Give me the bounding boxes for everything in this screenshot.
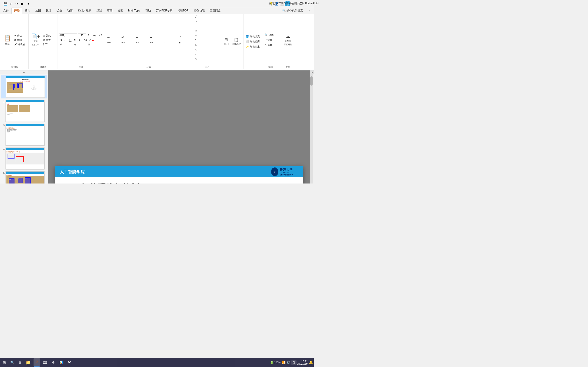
font-format-row: B I U S ≡ Aa A▬ [59,38,95,42]
main-title[interactable]: 智能系统与控制 [60,182,161,184]
replace-button[interactable]: ⇌ 替换 [264,38,277,42]
arrow-icon[interactable]: → [194,24,208,28]
tab-review[interactable]: 审阅 [105,8,115,14]
select-shape-icon[interactable]: ╱ [194,15,208,19]
font-name-input[interactable] [59,33,77,37]
tab-view[interactable]: 视图 [115,8,125,14]
shape4-icon[interactable]: ⬦ [194,52,208,56]
tab-mathtype[interactable]: MathType [126,8,143,13]
align-left-button[interactable]: ≡← [106,40,120,44]
tab-insert[interactable]: 插入 [23,8,33,14]
justify-button[interactable]: ≡≡ [149,40,163,44]
superscript-button[interactable]: x² [59,42,73,47]
tab-wanxing[interactable]: 万兴PDF专家 [154,8,175,14]
subscript-button[interactable]: x₂ [73,42,87,47]
case-button[interactable]: Aa [83,38,88,42]
tab-baidu[interactable]: 百度网盘 [208,8,223,14]
underline-button[interactable]: U [69,38,73,42]
scroll-up-arrow[interactable]: ▲ [310,70,314,74]
vertical-scrollbar[interactable]: ▲ ▼ [310,70,314,184]
tab-animation[interactable]: 动画 [65,8,75,14]
redo-icon[interactable]: ↪ [14,1,19,6]
align-row: ≡← ≡⇔ ≡→ ≡≡ ↕ ⊞ [106,40,191,44]
spacing-button[interactable]: ≡ [78,38,82,42]
shape-format-buttons: 🪣 形状填充 ⬜ 形状轮廓 ✨ 形状效果 [245,15,261,68]
font-size-down-button[interactable]: A↓ [92,33,97,37]
find-button[interactable]: 🔍 查找 [264,33,277,37]
ribbon-collapse-icon[interactable]: 🔍 操作说明搜索 [280,8,305,14]
canvas-area[interactable]: 人工智能学院 ⊙ 鲁东大学 LUDONG UNIVERSITY [48,70,310,184]
section-button[interactable]: § 节 [42,42,56,46]
format-painter-button[interactable]: 🖌 格式刷 [13,42,27,46]
group-slides: 📄+ 新建 幻灯片 ⊞ 版式 ↺ 重置 § 节 [29,14,57,69]
more-shapes-button[interactable]: ▾ [194,38,208,42]
present-icon[interactable]: ▶ [20,1,25,6]
italic-button[interactable]: I [64,38,68,42]
bold-button[interactable]: B [59,38,63,42]
shape-outline-button[interactable]: ⬜ 形状轮廓 [245,40,261,44]
shape5-icon[interactable]: ⌬ [194,56,208,60]
tab-design[interactable]: 设计 [44,8,54,14]
slide-thumb-1[interactable]: 1 智能系统与控制 树莓派：YOLO目标检测 [1,75,47,98]
cut-button[interactable]: ✂ 剪切 [13,33,27,38]
shape2-icon[interactable]: ⬠ [194,43,208,47]
shape-effect-button[interactable]: ✨ 形状效果 [245,44,261,49]
slide-thumb-3[interactable]: 3 目标检测的历史 2002 Viola-Jones Face Detector… [1,123,47,146]
numbered-list-button[interactable]: ≡1 [121,35,134,40]
paste-button[interactable]: 📋 粘贴 [2,34,12,46]
tab-transition[interactable]: 切换 [54,8,64,14]
tab-help[interactable]: 帮助 [143,8,153,14]
tab-draw[interactable]: 绘图 [33,8,43,14]
clear-format-button[interactable]: ✕A [98,33,103,37]
slide-thumb-2[interactable]: 2 目录 YOLO目标检测介绍 树莓派部署 [1,99,47,122]
panel-scroll-up[interactable]: ▲ [0,70,48,74]
shape6-icon[interactable]: ⌣ [194,61,208,65]
shadow-button[interactable]: S [87,42,101,47]
tab-file[interactable]: 文件 [1,8,11,14]
slide-thumb-5[interactable]: 5 检测效果展示 buzzer led teeth [1,171,47,184]
save-icon[interactable]: 💾 [3,1,8,6]
smartart-button[interactable]: ⊞ [178,40,191,44]
tab-slideshow[interactable]: 幻灯片放映 [75,8,94,14]
arrange-button[interactable]: ⊞ 排列 [223,35,230,48]
main-layout: ▲ 1 智能系统与控制 树莓派：YOLO目标检测 [0,70,314,184]
text-direction-button[interactable]: ↕A [178,35,191,40]
tab-record[interactable]: 录制 [94,8,104,14]
indent-more-button[interactable]: ⇥ [149,35,163,40]
customize-icon[interactable]: ▾ [26,1,31,6]
shape3-icon[interactable]: ⬡ [194,47,208,51]
font-size-up-button[interactable]: A↑ [87,33,92,37]
new-slide-button[interactable]: 📄+ 新建 幻灯片 [30,34,41,46]
scroll-track[interactable] [310,74,313,184]
tab-home[interactable]: 开始 [11,8,22,14]
select-button[interactable]: ↖ 选择 [264,43,277,47]
oval-icon[interactable]: ○ [194,33,208,37]
slide-thumb-4[interactable]: 4 目标标注与训练 (labelme) [1,147,47,170]
line-icon[interactable]: ⟋ [194,19,208,23]
strikethrough-button[interactable]: S [73,38,78,42]
align-center-button[interactable]: ≡⇔ [121,40,134,44]
title-bar: 💾 ↩ ↪ ▶ ▾ 树莓派-YOLO目标检测.pptx - PowerPoint… [0,0,314,7]
tab-foxit[interactable]: 福昕PDF [175,8,191,14]
font-size-input[interactable] [78,33,86,37]
shape-fill-button[interactable]: 🪣 形状填充 [245,34,261,39]
columns-button[interactable]: ⫶ [163,35,177,40]
reset-icon: ↺ [43,39,45,42]
reset-button[interactable]: ↺ 重置 [42,38,56,42]
rect-icon[interactable]: □ [194,28,208,33]
copy-button[interactable]: ⧉ 复制 [13,38,27,42]
ribbon-toggle-icon[interactable]: ∧ [306,8,313,13]
align-right-button[interactable]: ≡→ [135,40,149,44]
bullet-list-button[interactable]: ≡• [106,35,120,40]
scroll-thumb[interactable] [310,76,313,85]
quick-style-button[interactable]: ⬚ 快速样式 [231,35,242,48]
save-baidu-button[interactable]: ☁ 保存到 百度网盘 [280,34,295,46]
layout-button[interactable]: ⊞ 版式 [42,33,56,38]
slide-logo: ⊙ 鲁东大学 LUDONG UNIVERSITY [271,167,299,176]
tab-special[interactable]: 特色功能 [191,8,207,14]
undo-icon[interactable]: ↩ [9,1,14,6]
slide-image-2: 目录 YOLO目标检测介绍 树莓派部署 [6,100,44,122]
indent-less-button[interactable]: ⇤ [135,35,149,40]
font-color-button[interactable]: A▬ [88,38,95,42]
line-spacing-button[interactable]: ↕ [163,40,177,44]
